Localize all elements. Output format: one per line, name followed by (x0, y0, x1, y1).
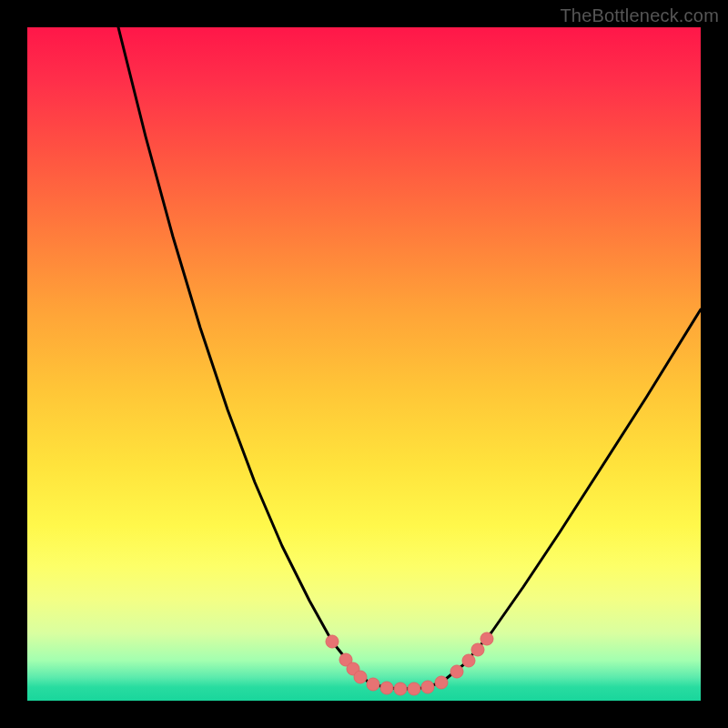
highlight-dot (354, 671, 367, 683)
curve-svg (27, 27, 701, 701)
highlight-dot (435, 676, 448, 689)
highlight-dot (408, 682, 420, 695)
bottleneck-curve (118, 27, 701, 689)
highlight-dot (380, 682, 393, 694)
highlight-dot (462, 654, 475, 667)
highlight-dot (367, 678, 379, 691)
watermark-text: TheBottleneck.com (560, 5, 719, 26)
highlight-dot (480, 632, 493, 645)
marker-group (326, 632, 493, 695)
outer-frame: TheBottleneck.com (0, 0, 728, 728)
highlight-dot (394, 682, 407, 695)
plot-area (27, 27, 701, 701)
highlight-dot (471, 643, 484, 656)
highlight-dot (326, 635, 339, 648)
highlight-dot (421, 681, 434, 693)
highlight-dot (450, 665, 463, 678)
